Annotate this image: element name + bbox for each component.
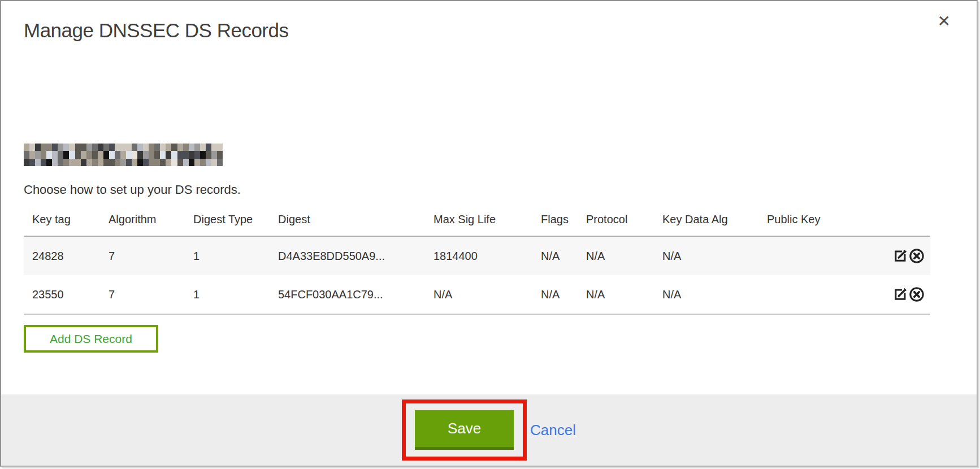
- modal-footer: Save Cancel: [1, 394, 977, 466]
- cell-key-tag: 23550: [24, 275, 100, 314]
- modal-title: Manage DNSSEC DS Records: [24, 18, 977, 43]
- close-button[interactable]: ✕: [938, 14, 951, 29]
- col-header-public-key: Public Key: [758, 200, 843, 236]
- col-header-digest-type: Digest Type: [185, 200, 270, 236]
- col-header-max-sig-life: Max Sig Life: [425, 200, 532, 236]
- cell-actions: [843, 275, 930, 314]
- edit-record-button[interactable]: [892, 248, 908, 264]
- cell-max-sig-life: N/A: [425, 275, 532, 314]
- cell-key-data-alg: N/A: [654, 275, 758, 314]
- instruction-text: Choose how to set up your DS records.: [24, 182, 977, 198]
- cell-public-key: [758, 275, 843, 314]
- col-header-protocol: Protocol: [578, 200, 654, 236]
- ds-records-table: Key tag Algorithm Digest Type Digest Max…: [24, 200, 930, 315]
- save-highlight-box: Save: [402, 399, 527, 461]
- cell-protocol: N/A: [578, 275, 654, 314]
- manage-dnssec-modal: ✕ Manage DNSSEC DS Records Choose how to…: [0, 0, 978, 467]
- cell-key-data-alg: N/A: [654, 236, 758, 275]
- close-icon: ✕: [938, 12, 951, 31]
- delete-record-button[interactable]: [909, 286, 925, 302]
- save-button[interactable]: Save: [415, 410, 514, 450]
- cancel-link[interactable]: Cancel: [530, 422, 576, 439]
- table-header-row: Key tag Algorithm Digest Type Digest Max…: [24, 200, 930, 236]
- col-header-key-data-alg: Key Data Alg: [654, 200, 758, 236]
- col-header-digest: Digest: [270, 200, 425, 236]
- cell-protocol: N/A: [578, 236, 654, 275]
- cell-digest: 54FCF030AA1C79...: [270, 275, 425, 314]
- cell-digest-type: 1: [185, 236, 270, 275]
- cell-key-tag: 24828: [24, 236, 100, 275]
- add-ds-record-button[interactable]: Add DS Record: [24, 325, 158, 353]
- cell-flags: N/A: [532, 236, 578, 275]
- col-header-flags: Flags: [532, 200, 578, 236]
- edit-icon: [892, 296, 908, 304]
- cell-max-sig-life: 1814400: [425, 236, 532, 275]
- cell-digest-type: 1: [185, 275, 270, 314]
- col-header-algorithm: Algorithm: [100, 200, 185, 236]
- delete-icon: [909, 296, 925, 304]
- cell-flags: N/A: [532, 275, 578, 314]
- table-row: 23550 7 1 54FCF030AA1C79... N/A N/A N/A …: [24, 275, 930, 314]
- cell-public-key: [758, 236, 843, 275]
- cell-actions: [843, 236, 930, 275]
- cell-digest: D4A33E8DD550A9...: [270, 236, 425, 275]
- delete-record-button[interactable]: [909, 248, 925, 264]
- delete-icon: [909, 257, 925, 266]
- col-header-key-tag: Key tag: [24, 200, 100, 236]
- col-header-actions: [843, 200, 930, 236]
- cell-algorithm: 7: [100, 275, 185, 314]
- table-row: 24828 7 1 D4A33E8DD550A9... 1814400 N/A …: [24, 236, 930, 275]
- cell-algorithm: 7: [100, 236, 185, 275]
- edit-icon: [892, 257, 908, 266]
- domain-name-redacted: [24, 144, 223, 166]
- edit-record-button[interactable]: [892, 286, 908, 302]
